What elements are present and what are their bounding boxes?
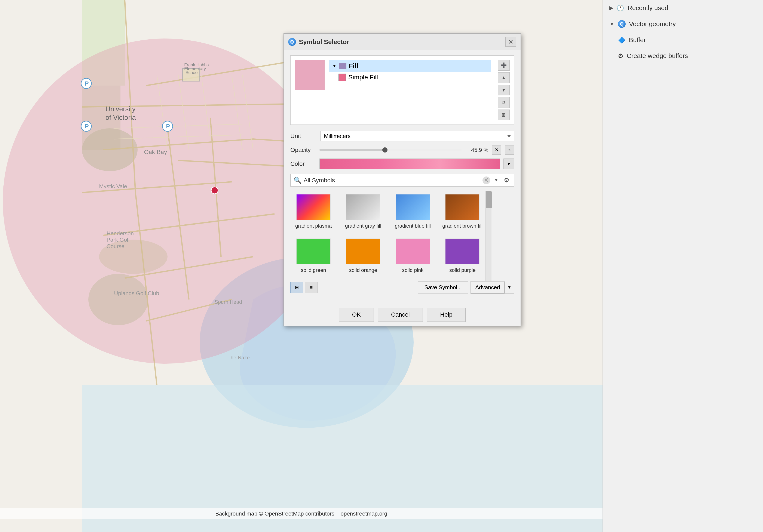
svg-text:P: P bbox=[85, 123, 89, 130]
qgis-dialog-logo: Q bbox=[288, 38, 296, 46]
dialog-close-button[interactable]: ✕ bbox=[505, 37, 516, 47]
symbol-selector-dialog: Q Symbol Selector ✕ ▼ Fill Simple Fill bbox=[283, 33, 521, 326]
svg-text:Oak Bay: Oak Bay bbox=[144, 149, 167, 155]
dialog-footer: OK Cancel Help bbox=[284, 303, 521, 326]
symbol-preview-area: ▼ Fill Simple Fill ➕ ▲ ▼ ⧉ 🗑 bbox=[290, 55, 514, 125]
symbol-item-gradient-brown[interactable]: gradient brown fill bbox=[439, 191, 486, 232]
search-clear-button[interactable]: ✕ bbox=[483, 176, 490, 184]
gradient-gray-swatch bbox=[346, 194, 380, 220]
color-preview-swatch[interactable] bbox=[319, 159, 500, 169]
svg-text:Uplands Golf Club: Uplands Golf Club bbox=[114, 290, 159, 296]
opacity-clear-button[interactable]: ✕ bbox=[492, 145, 501, 155]
symbol-preview-box bbox=[295, 60, 325, 90]
expand-arrow-icon: ▶ bbox=[609, 5, 613, 11]
svg-text:Henderson: Henderson bbox=[107, 230, 134, 237]
advanced-dropdown-button[interactable]: ▼ bbox=[504, 282, 514, 293]
action-buttons: Save Symbol... Advanced ▼ bbox=[418, 281, 514, 294]
buffer-icon: 🔷 bbox=[618, 37, 625, 44]
move-up-button[interactable]: ▲ bbox=[498, 72, 510, 83]
symbol-search-bar: 🔍 ✕ ▼ ⚙ bbox=[290, 174, 514, 186]
wedge-icon: ⚙ bbox=[618, 53, 623, 59]
symbol-item-solid-orange[interactable]: solid orange bbox=[340, 236, 386, 276]
symbol-item-solid-green[interactable]: solid green bbox=[290, 236, 337, 276]
opacity-spin-button[interactable]: ⇅ bbox=[505, 145, 514, 155]
symbol-item-solid-purple[interactable]: solid purple bbox=[439, 236, 486, 276]
move-down-button[interactable]: ▼ bbox=[498, 85, 510, 95]
symbol-tree: ▼ Fill Simple Fill bbox=[329, 60, 491, 120]
help-button[interactable]: Help bbox=[427, 308, 466, 322]
vector-geometry-item[interactable]: ▼ Q Vector geometry bbox=[603, 16, 763, 32]
gradient-brown-label: gradient brown fill bbox=[442, 222, 483, 229]
list-view-button[interactable]: ≡ bbox=[305, 282, 318, 293]
buffer-label: Buffer bbox=[629, 36, 646, 44]
create-wedge-item[interactable]: ⚙ Create wedge buffers bbox=[611, 48, 763, 64]
symbol-grid: gradient plasma gradient gray fill gradi… bbox=[290, 191, 486, 276]
scrollbar-thumb[interactable] bbox=[486, 191, 492, 208]
svg-text:Course: Course bbox=[107, 243, 125, 250]
qgis-logo-icon: Q bbox=[618, 20, 626, 28]
svg-text:Mystic Vale: Mystic Vale bbox=[99, 183, 127, 189]
solid-green-swatch bbox=[296, 239, 331, 264]
dialog-title: Q Symbol Selector bbox=[288, 38, 349, 46]
svg-text:P: P bbox=[166, 123, 170, 130]
svg-point-9 bbox=[3, 39, 328, 364]
svg-text:The Naze: The Naze bbox=[227, 355, 250, 361]
svg-point-52 bbox=[211, 187, 218, 194]
symbol-item-solid-pink[interactable]: solid pink bbox=[389, 236, 436, 276]
symbol-toolbar: ➕ ▲ ▼ ⧉ 🗑 bbox=[498, 60, 510, 120]
dialog-title-text: Symbol Selector bbox=[299, 38, 349, 46]
symbol-item-gradient-blue[interactable]: gradient blue fill bbox=[389, 191, 436, 232]
layer-expand-icon: ▼ bbox=[332, 63, 337, 68]
solid-pink-label: solid pink bbox=[402, 267, 423, 273]
opacity-label: Opacity bbox=[290, 147, 316, 154]
color-dropdown-button[interactable]: ▼ bbox=[503, 159, 514, 169]
symbol-item-gradient-plasma[interactable]: gradient plasma bbox=[290, 191, 337, 232]
color-label: Color bbox=[290, 160, 316, 167]
simple-fill-label: Simple Fill bbox=[348, 73, 378, 81]
opacity-row: Opacity 45.9 % ✕ ⇅ bbox=[290, 145, 514, 155]
symbol-layer-fill[interactable]: ▼ Fill bbox=[329, 60, 491, 72]
create-wedge-label: Create wedge buffers bbox=[627, 52, 688, 59]
gradient-plasma-swatch bbox=[296, 194, 331, 220]
symbol-sublayer-simplefill[interactable]: Simple Fill bbox=[336, 72, 491, 82]
opacity-slider[interactable] bbox=[319, 149, 462, 151]
symbol-search-input[interactable] bbox=[304, 177, 480, 184]
recently-used-label: Recently used bbox=[627, 4, 668, 12]
solid-pink-swatch bbox=[395, 239, 430, 264]
vector-geometry-label: Vector geometry bbox=[629, 20, 676, 28]
buffer-item[interactable]: 🔷 Buffer bbox=[611, 32, 763, 48]
symbol-item-gradient-gray[interactable]: gradient gray fill bbox=[340, 191, 386, 232]
right-panel: ▶ 🕐 Recently used ▼ Q Vector geometry 🔷 … bbox=[602, 0, 763, 532]
save-symbol-button[interactable]: Save Symbol... bbox=[418, 281, 468, 293]
advanced-button[interactable]: Advanced bbox=[471, 281, 504, 293]
opacity-value: 45.9 % bbox=[465, 147, 489, 154]
unit-select[interactable]: Millimeters Pixels Points Inches Map Uni… bbox=[320, 131, 514, 142]
map-credit: Background map © OpenStreetMap contribut… bbox=[0, 508, 602, 519]
ok-button[interactable]: OK bbox=[339, 308, 374, 322]
svg-text:P: P bbox=[85, 80, 89, 87]
unit-label: Unit bbox=[290, 133, 316, 140]
solid-orange-label: solid orange bbox=[349, 267, 377, 273]
clock-icon: 🕐 bbox=[617, 5, 624, 12]
collapse-arrow-icon: ▼ bbox=[609, 21, 614, 27]
solid-green-label: solid green bbox=[301, 267, 326, 273]
scrollbar-track[interactable] bbox=[486, 191, 491, 281]
add-layer-button[interactable]: ➕ bbox=[498, 60, 510, 70]
gradient-blue-swatch bbox=[395, 194, 430, 220]
svg-text:School: School bbox=[185, 70, 199, 75]
grid-view-button[interactable]: ⊞ bbox=[290, 282, 303, 293]
view-toggle-group: ⊞ ≡ bbox=[290, 282, 318, 293]
gradient-plasma-label: gradient plasma bbox=[295, 222, 332, 229]
svg-text:University: University bbox=[105, 105, 136, 113]
svg-text:of Victoria: of Victoria bbox=[105, 114, 136, 121]
fill-layer-label: Fill bbox=[349, 62, 358, 69]
fill-color-swatch bbox=[339, 63, 346, 69]
remove-button[interactable]: 🗑 bbox=[498, 110, 510, 120]
search-icon: 🔍 bbox=[293, 176, 301, 184]
recently-used-item[interactable]: ▶ 🕐 Recently used bbox=[603, 0, 763, 16]
symbol-settings-button[interactable]: ⚙ bbox=[502, 176, 511, 185]
duplicate-button[interactable]: ⧉ bbox=[498, 97, 510, 108]
cancel-button[interactable]: Cancel bbox=[378, 308, 423, 322]
dialog-titlebar: Q Symbol Selector ✕ bbox=[284, 34, 521, 50]
search-options-button[interactable]: ▼ bbox=[492, 177, 500, 183]
